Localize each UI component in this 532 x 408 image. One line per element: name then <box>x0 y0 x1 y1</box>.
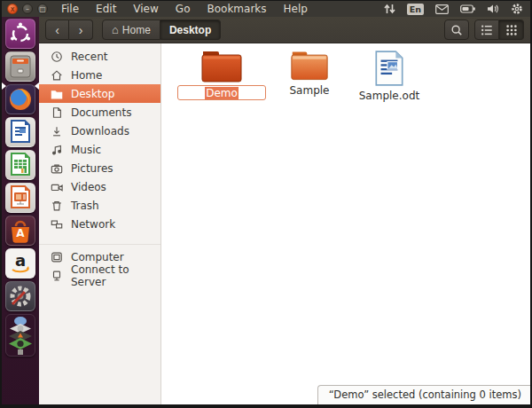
menu-go[interactable]: Go <box>176 3 191 15</box>
screen: x – □ File Edit View Go Bookmarks Help E… <box>0 0 532 408</box>
clock-icon <box>51 51 63 63</box>
sidebar-label: Computer <box>71 251 124 263</box>
file-item-demo[interactable]: Demo <box>176 50 268 100</box>
server-icon <box>51 270 63 282</box>
trash-icon <box>51 200 63 212</box>
sidebar-label: Trash <box>71 200 99 212</box>
launcher-firefox-icon[interactable] <box>5 84 35 114</box>
network-arrows-icon[interactable] <box>384 4 395 14</box>
close-button[interactable]: x <box>7 4 18 14</box>
launcher-workspace-stack-icon[interactable] <box>5 314 35 357</box>
sidebar-item-home[interactable]: Home <box>39 66 160 84</box>
folder-icon-selected <box>200 50 243 83</box>
history-nav-group: ‹ › <box>45 20 93 40</box>
toolbar-right <box>444 20 524 40</box>
forward-button[interactable]: › <box>69 20 93 40</box>
download-icon <box>51 125 63 137</box>
minimize-button[interactable]: – <box>22 4 33 14</box>
launcher-libreoffice-writer-icon[interactable] <box>5 117 35 147</box>
sidebar-item-recent[interactable]: Recent <box>39 47 160 66</box>
rename-input[interactable]: Demo <box>177 85 266 100</box>
music-note-icon <box>51 144 63 156</box>
launcher-files-icon[interactable] <box>5 51 35 82</box>
computer-icon <box>51 251 63 263</box>
sidebar-label: Network <box>71 218 115 231</box>
network-icon <box>51 218 63 231</box>
toolbar: ‹ › ⌂ Home Desktop <box>39 17 530 43</box>
sidebar-item-documents[interactable]: Documents <box>39 103 160 122</box>
sidebar-label: Downloads <box>71 125 129 137</box>
list-view-icon <box>481 24 493 36</box>
sidebar-item-downloads[interactable]: Downloads <box>39 122 160 140</box>
breadcrumb-home[interactable]: ⌂ Home <box>102 20 160 40</box>
folder-icon <box>290 50 329 82</box>
sidebar-label: Home <box>71 69 102 82</box>
sidebar-label: Recent <box>71 51 107 63</box>
breadcrumb-desktop-label: Desktop <box>169 24 211 36</box>
sidebar-separator <box>39 236 160 245</box>
sidebar-item-music[interactable]: Music <box>39 140 160 159</box>
sidebar-item-videos[interactable]: Videos <box>39 177 160 196</box>
sidebar-label: Videos <box>71 181 106 193</box>
list-view-button[interactable] <box>474 20 499 40</box>
launcher-libreoffice-impress-icon[interactable] <box>5 183 35 213</box>
places-sidebar: Recent Home Desktop Documents Downloads <box>39 43 161 404</box>
view-toggle-group <box>474 20 524 40</box>
software-center-letter: A <box>6 227 35 239</box>
search-icon <box>450 24 463 36</box>
sidebar-label: Documents <box>71 106 131 119</box>
menubar: File Edit View Go Bookmarks Help <box>61 3 308 15</box>
launcher-libreoffice-calc-icon[interactable] <box>5 150 35 180</box>
battery-icon[interactable] <box>460 4 475 13</box>
launcher-system-settings-icon[interactable] <box>5 281 35 311</box>
launcher-software-center-icon[interactable]: A <box>5 216 35 246</box>
sidebar-label: Music <box>71 144 101 156</box>
indicator-area: En <box>384 3 530 15</box>
file-manager-window: ‹ › ⌂ Home Desktop <box>39 17 530 404</box>
document-icon <box>51 106 63 119</box>
file-label: Sample.odt <box>359 90 419 102</box>
launcher-amazon-icon[interactable]: a <box>5 248 35 279</box>
window-controls: x – □ <box>2 4 48 14</box>
grid-view-button[interactable] <box>499 20 524 40</box>
grid-view-icon <box>505 24 518 36</box>
launcher-ubuntu-dash-icon[interactable] <box>5 19 35 49</box>
selection-status: “Demo” selected (containing 0 items) <box>317 385 530 404</box>
menu-help[interactable]: Help <box>284 3 308 15</box>
home-icon <box>51 69 63 82</box>
menu-file[interactable]: File <box>61 3 79 15</box>
menu-view[interactable]: View <box>133 3 158 15</box>
breadcrumb: ⌂ Home Desktop <box>102 20 221 40</box>
sidebar-item-pictures[interactable]: Pictures <box>39 159 160 177</box>
sidebar-label: Pictures <box>71 162 113 175</box>
maximize-button[interactable]: □ <box>37 4 48 14</box>
file-view[interactable]: Demo Sample <box>161 43 530 404</box>
menu-bookmarks[interactable]: Bookmarks <box>207 3 266 15</box>
message-icon[interactable] <box>435 4 449 14</box>
video-camera-icon <box>51 181 63 193</box>
menu-edit[interactable]: Edit <box>96 3 116 15</box>
sidebar-label: Desktop <box>71 88 115 100</box>
sidebar-item-trash[interactable]: Trash <box>39 196 160 215</box>
file-item-sample[interactable]: Sample <box>282 50 337 97</box>
sidebar-item-desktop[interactable]: Desktop <box>39 84 160 103</box>
running-indicator-arrow <box>2 82 6 90</box>
file-item-sample-odt[interactable]: Sample.odt <box>351 50 427 102</box>
back-button[interactable]: ‹ <box>45 20 69 40</box>
sidebar-item-connect-to-server[interactable]: Connect to Server <box>39 266 160 285</box>
top-panel: x – □ File Edit View Go Bookmarks Help E… <box>2 1 530 17</box>
folder-icon <box>51 88 63 100</box>
writer-document-icon <box>373 50 405 87</box>
sidebar-item-network[interactable]: Network <box>39 215 160 233</box>
rename-selected-text: Demo <box>205 87 239 99</box>
camera-icon <box>51 162 63 175</box>
session-gear-icon[interactable] <box>511 3 523 15</box>
breadcrumb-desktop[interactable]: Desktop <box>160 20 221 40</box>
search-button[interactable] <box>444 20 469 40</box>
sidebar-label: Connect to Server <box>71 263 160 288</box>
volume-icon[interactable] <box>487 4 499 14</box>
keyboard-indicator[interactable]: En <box>407 4 424 15</box>
unity-launcher: A a <box>2 17 39 404</box>
breadcrumb-home-label: Home <box>122 24 151 36</box>
home-icon: ⌂ <box>112 23 119 36</box>
